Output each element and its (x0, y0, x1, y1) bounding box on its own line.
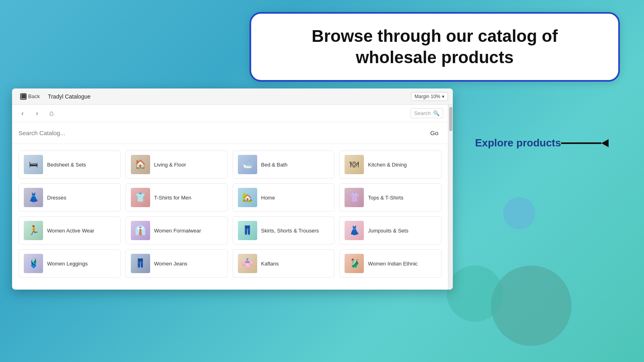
category-label-jeans: Women Jeans (154, 261, 188, 267)
back-icon: ⬛ (20, 93, 27, 100)
category-icon-women-active: 🏃 (24, 221, 43, 240)
bg-circle-2 (491, 265, 572, 346)
arrow (561, 139, 609, 147)
category-thumb-dresses: 👗 (24, 188, 43, 207)
category-card-jumpsuits[interactable]: 👗Jumpsuits & Sets (339, 216, 442, 245)
back-label: Back (28, 93, 40, 99)
browser-titlebar: ⬛ Back Tradyl Catalogue Margin 10% ▾ (12, 88, 453, 105)
margin-control[interactable]: Margin 10% ▾ (411, 92, 448, 101)
category-icon-jeans: 👖 (131, 254, 150, 273)
margin-label: Margin 10% (415, 94, 440, 99)
category-thumb-bedsheet: 🛏 (24, 155, 43, 174)
category-label-skirts: Skirts, Shorts & Trousers (261, 228, 319, 234)
nav-home-button[interactable]: ⌂ (46, 108, 57, 119)
nav-search[interactable]: Search 🔍 (411, 108, 443, 118)
category-icon-tshirts-men: 👕 (131, 188, 150, 207)
category-icon-kitchen: 🍽 (345, 155, 364, 174)
category-card-tshirts-men[interactable]: 👕T-Shirts for Men (126, 183, 228, 212)
category-thumb-living-floor: 🏠 (131, 155, 150, 174)
category-label-leggings: Women Leggings (47, 261, 88, 267)
category-label-kaftans: Kaftans (261, 261, 279, 267)
explore-annotation: Explore products (475, 137, 612, 149)
category-label-indian-ethnic: Women Indian Ethnic (368, 261, 417, 267)
arrow-head (601, 139, 609, 147)
scrollbar[interactable] (448, 105, 453, 290)
nav-back-button[interactable]: ‹ (17, 108, 28, 119)
category-label-kitchen: Kitchen & Dining (368, 162, 407, 168)
chevron-down-icon: ▾ (442, 94, 444, 99)
category-thumb-jeans: 👖 (131, 254, 150, 273)
category-card-home[interactable]: 🏡Home (233, 183, 335, 212)
category-icon-bed-bath: 🛁 (238, 155, 257, 174)
category-card-living-floor[interactable]: 🏠Living & Floor (126, 150, 228, 179)
catalogue-title: Tradyl Catalogue (48, 93, 406, 100)
browser-content: ‹ › ⌂ Search 🔍 Go 🛏Bedshee (12, 105, 453, 290)
nav-search-placeholder: Search (414, 110, 431, 116)
category-label-living-floor: Living & Floor (154, 162, 186, 168)
category-label-tshirts-men: T-Shirts for Men (154, 195, 191, 201)
category-grid: 🛏Bedsheet & Sets🏠Living & Floor🛁Bed & Ba… (12, 144, 448, 290)
category-label-jumpsuits: Jumpsuits & Sets (368, 228, 408, 234)
category-thumb-tops: 👚 (345, 188, 364, 207)
category-card-skirts[interactable]: 👖Skirts, Shorts & Trousers (233, 216, 335, 245)
category-icon-women-formal: 👔 (131, 221, 150, 240)
category-thumb-jumpsuits: 👗 (345, 221, 364, 240)
category-icon-living-floor: 🏠 (131, 155, 150, 174)
category-label-home: Home (261, 195, 275, 201)
nav-bar: ‹ › ⌂ Search 🔍 (12, 105, 448, 122)
category-label-dresses: Dresses (47, 195, 66, 201)
category-label-bedsheet: Bedsheet & Sets (47, 162, 86, 168)
category-icon-jumpsuits: 👗 (345, 221, 364, 240)
category-thumb-bed-bath: 🛁 (238, 155, 257, 174)
search-icon: 🔍 (433, 110, 440, 116)
category-icon-skirts: 👖 (238, 221, 257, 240)
main-content: ‹ › ⌂ Search 🔍 Go 🛏Bedshee (12, 105, 448, 290)
category-thumb-tshirts-men: 👕 (131, 188, 150, 207)
category-card-women-formal[interactable]: 👔Women Formalwear (126, 216, 228, 245)
category-icon-kaftans: 👘 (238, 254, 257, 273)
category-thumb-kaftans: 👘 (238, 254, 257, 273)
category-icon-indian-ethnic: 🥻 (345, 254, 364, 273)
go-button[interactable]: Go (427, 128, 442, 138)
category-thumb-women-active: 🏃 (24, 221, 43, 240)
category-card-indian-ethnic[interactable]: 🥻Women Indian Ethnic (339, 249, 442, 278)
hero-box: Browse through our catalog of wholesale … (250, 12, 620, 82)
category-thumb-kitchen: 🍽 (345, 155, 364, 174)
category-card-dresses[interactable]: 👗Dresses (19, 183, 121, 212)
category-thumb-women-formal: 👔 (131, 221, 150, 240)
category-icon-leggings: 🩱 (24, 254, 43, 273)
category-icon-dresses: 👗 (24, 188, 43, 207)
category-card-tops[interactable]: 👚Tops & T-Shirts (339, 183, 442, 212)
category-icon-bedsheet: 🛏 (24, 155, 43, 174)
arrow-line (561, 142, 601, 144)
category-card-bedsheet[interactable]: 🛏Bedsheet & Sets (19, 150, 121, 179)
search-bar: Go (12, 122, 448, 144)
category-thumb-indian-ethnic: 🥻 (345, 254, 364, 273)
browser-window: ⬛ Back Tradyl Catalogue Margin 10% ▾ ‹ ›… (12, 88, 453, 290)
category-thumb-home: 🏡 (238, 188, 257, 207)
category-thumb-leggings: 🩱 (24, 254, 43, 273)
grid-container: 🛏Bedsheet & Sets🏠Living & Floor🛁Bed & Ba… (19, 150, 442, 278)
bg-circle-3 (447, 265, 503, 322)
category-label-women-formal: Women Formalwear (154, 228, 201, 234)
catalog-search-input[interactable] (19, 130, 427, 136)
category-card-women-active[interactable]: 🏃Women Active Wear (19, 216, 121, 245)
category-icon-home: 🏡 (238, 188, 257, 207)
bg-circle-1 (503, 197, 535, 229)
category-card-kitchen[interactable]: 🍽Kitchen & Dining (339, 150, 442, 179)
explore-label: Explore products (475, 137, 561, 149)
hero-title-line2: wholesale products (356, 48, 514, 67)
category-label-tops: Tops & T-Shirts (368, 195, 403, 201)
scrollbar-thumb[interactable] (449, 107, 452, 131)
nav-forward-button[interactable]: › (31, 108, 43, 119)
category-thumb-skirts: 👖 (238, 221, 257, 240)
category-card-jeans[interactable]: 👖Women Jeans (126, 249, 228, 278)
home-icon: ⌂ (50, 109, 54, 117)
category-card-bed-bath[interactable]: 🛁Bed & Bath (233, 150, 335, 179)
back-button[interactable]: ⬛ Back (17, 92, 43, 101)
category-card-kaftans[interactable]: 👘Kaftans (233, 249, 335, 278)
category-label-women-active: Women Active Wear (47, 228, 94, 234)
category-card-leggings[interactable]: 🩱Women Leggings (19, 249, 121, 278)
category-icon-tops: 👚 (345, 188, 364, 207)
hero-title-line1: Browse through our catalog of (312, 27, 557, 45)
